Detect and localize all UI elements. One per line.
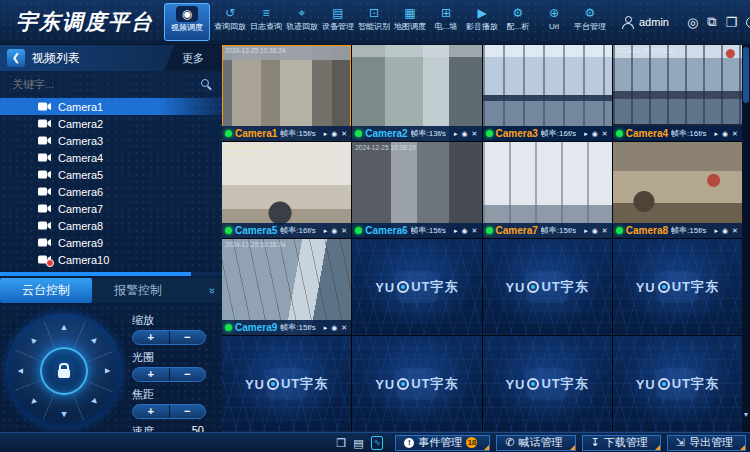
tile-control-icons[interactable]: ▸ ◉ ✕ [584, 227, 608, 235]
back-chevron-icon[interactable]: ❮ [7, 49, 25, 67]
fullscreen-icon[interactable]: ❒ [336, 437, 346, 449]
frame-rate: 帧率:16f/s [280, 225, 316, 236]
iris-plus-button[interactable]: + [133, 368, 170, 381]
brand-logo: YUUT宇东 [483, 336, 612, 432]
user-menu[interactable]: admin [622, 16, 669, 29]
camera-list-item[interactable]: Camera9 [0, 234, 222, 251]
camera-list-item[interactable]: Camera7 [0, 200, 222, 217]
tab-ptz-control[interactable]: 云台控制 [0, 278, 92, 303]
empty-video-tile[interactable]: YUUT宇东 [352, 336, 481, 432]
camera-list-item[interactable]: Camera1 [0, 98, 222, 115]
nav-log-query[interactable]: ≡ 日志查询 [248, 0, 284, 32]
empty-video-tile[interactable]: YUUT宇东 [352, 239, 481, 335]
nav-label: 平台管理 [574, 22, 606, 31]
config-analysis-icon: ⚙ [500, 5, 536, 22]
nav-track-playback[interactable]: ⌖ 轨迹回放 [284, 0, 320, 32]
camera-list-item[interactable]: Camera2 [0, 115, 222, 132]
grid-scrollbar-thumb[interactable] [743, 47, 749, 103]
camera-list-item[interactable]: Camera6 [0, 183, 222, 200]
tile-control-icons[interactable]: ▸ ◉ ✕ [715, 227, 739, 235]
scroll-down-icon[interactable]: ▼ [742, 411, 750, 418]
video-tile-camera7[interactable]: Camera7 帧率:15f/s ▸ ◉ ✕ [483, 142, 612, 238]
empty-video-tile[interactable]: YUUT宇东 [483, 239, 612, 335]
camera-list-scrollbar[interactable] [0, 272, 222, 276]
video-tile-camera4[interactable]: 2024-12-25 10:38:21 Camera4 帧率:16f/s ▸ ◉… [613, 45, 742, 141]
collapse-panel-icon[interactable]: « [205, 287, 217, 293]
video-tile-camera1[interactable]: 2024-12-25 10:38:24 Camera1 帧率:15f/s ▸ ◉… [222, 45, 351, 141]
keyword-search-input[interactable] [10, 77, 201, 91]
ai-recognition-icon: ⊡ [356, 5, 392, 22]
empty-video-tile[interactable]: YUUT宇东 [222, 336, 351, 432]
tile-camera-name: Camera2 [365, 128, 407, 139]
focus-plus-button[interactable]: + [133, 405, 170, 418]
nav-ai-recognition[interactable]: ⊡ 智能识别 [356, 0, 392, 32]
layout-icons: ❒ ▤ ∿ [336, 436, 383, 450]
video-tile-camera6[interactable]: 2024-12-25 10:38:19 Camera6 帧率:15f/s ▸ ◉… [352, 142, 481, 238]
camera-list-item-offline[interactable]: Camera10 [0, 251, 222, 268]
tile-control-icons[interactable]: ▸ ◉ ✕ [324, 227, 348, 235]
grid-scrollbar[interactable]: ▼ [742, 45, 750, 432]
nav-config-analysis[interactable]: ⚙ 配...析 [500, 0, 536, 32]
nav-query-playback[interactable]: ↺ 查询回放 [212, 0, 248, 32]
event-management-button[interactable]: ! 事件管理 18 [395, 435, 490, 451]
search-icon[interactable] [201, 79, 212, 90]
window-restore-icon[interactable]: ⧉ [707, 14, 716, 30]
nav-map-dispatch[interactable]: ▦ 地图调度 [392, 0, 428, 32]
nav-media-playback[interactable]: ▶ 影音播放 [464, 0, 500, 32]
tile-control-icons[interactable]: ▸ ◉ ✕ [454, 130, 478, 138]
more-button[interactable]: 更多 [164, 45, 222, 71]
export-icon: ⇲ [676, 436, 685, 449]
ptz-right-arrow[interactable]: ▲ [103, 367, 113, 376]
log-query-icon: ≡ [248, 5, 284, 22]
tile-control-icons[interactable]: ▸ ◉ ✕ [715, 130, 739, 138]
empty-video-tile[interactable]: YUUT宇东 [613, 239, 742, 335]
ptz-lock-button[interactable] [40, 347, 88, 395]
nav-url[interactable]: ⊕ Url [536, 0, 572, 32]
power-icon[interactable] [746, 17, 750, 28]
video-tile-camera5[interactable]: 1296*28 406Kb/s 8768*8 .8W/s Camera5 帧率:… [222, 142, 351, 238]
nav-tv-wall[interactable]: ⊞ 电...墙 [428, 0, 464, 32]
camera-name: Camera4 [58, 152, 103, 164]
download-management-button[interactable]: ↧ 下载管理 [582, 435, 661, 451]
camera-name: Camera2 [58, 118, 103, 130]
video-tile-camera8[interactable]: Camera8 帧率:15f/s ▸ ◉ ✕ [613, 142, 742, 238]
tile-control-icons[interactable]: ▸ ◉ ✕ [324, 130, 348, 138]
tile-control-icons[interactable]: ▸ ◉ ✕ [454, 227, 478, 235]
monitor-health-icon[interactable]: ∿ [371, 436, 384, 450]
scrollbar-thumb[interactable] [0, 272, 191, 276]
columns-layout-icon[interactable]: ▤ [353, 437, 363, 449]
camera-list-item[interactable]: Camera8 [0, 217, 222, 234]
tab-alarm-control[interactable]: 报警控制 [92, 278, 184, 303]
ptz-down-arrow[interactable]: ▲ [60, 410, 69, 420]
camera-list-item[interactable]: Camera5 [0, 166, 222, 183]
iris-minus-button[interactable]: − [170, 368, 206, 381]
nav-device-management[interactable]: ▤ 设备管理 [320, 0, 356, 32]
zoom-minus-button[interactable]: − [170, 331, 206, 344]
empty-video-tile[interactable]: YUUT宇东 [483, 336, 612, 432]
settings-icon[interactable]: ◎ [687, 15, 698, 30]
window-cascade-icon[interactable]: ❐ [726, 15, 738, 30]
online-dot [225, 227, 232, 234]
zoom-plus-button[interactable]: + [133, 331, 170, 344]
ptz-up-arrow[interactable]: ▲ [60, 322, 69, 332]
camera-name: Camera7 [58, 203, 103, 215]
focus-minus-button[interactable]: − [170, 405, 206, 418]
video-tile-camera9[interactable]: 2024-12-25 10:38:04 Camera9 帧率:15f/s ▸ ◉… [222, 239, 351, 335]
shout-management-button[interactable]: ✆ 喊话管理 [496, 435, 575, 451]
ptz-left-arrow[interactable]: ▲ [15, 367, 25, 376]
tile-control-icons[interactable]: ▸ ◉ ✕ [584, 130, 608, 138]
camera-list-item[interactable]: Camera3 [0, 132, 222, 149]
tile-control-icons[interactable]: ▸ ◉ ✕ [324, 324, 348, 332]
export-management-button[interactable]: ⇲ 导出管理 [667, 435, 746, 451]
url-icon: ⊕ [536, 5, 572, 22]
video-tile-camera2[interactable]: Camera2 帧率:13f/s ▸ ◉ ✕ [352, 45, 481, 141]
tv-wall-icon: ⊞ [428, 5, 464, 22]
nav-video-dispatch[interactable]: ◉ 视频调度 [164, 3, 210, 41]
frame-rate: 帧率:16f/s [541, 128, 577, 139]
nav-platform-management[interactable]: ⚙ 平台管理 [572, 0, 608, 32]
video-tile-camera3[interactable]: Camera3 帧率:16f/s ▸ ◉ ✕ [483, 45, 612, 141]
camera-list-item[interactable]: Camera4 [0, 149, 222, 166]
control-tabs: 云台控制 报警控制 « [0, 278, 222, 303]
video-grid: 2024-12-25 10:38:24 Camera1 帧率:15f/s ▸ ◉… [222, 45, 742, 432]
empty-video-tile[interactable]: YUUT宇东 [613, 336, 742, 432]
